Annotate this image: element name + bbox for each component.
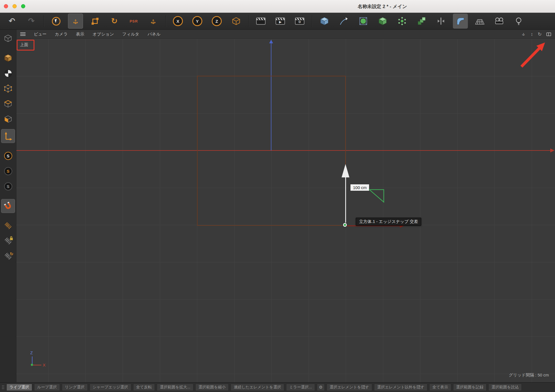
orbit-view-icon[interactable]: ↻ (538, 32, 542, 37)
solo-off-button[interactable]: S (1, 149, 15, 163)
redo-button[interactable]: ↷ (24, 14, 39, 29)
toolbar-separator (165, 15, 166, 27)
menu-view[interactable]: ビュー (34, 32, 47, 37)
pan-view-icon[interactable]: ↔↕ (521, 32, 526, 37)
viewport[interactable]: 上面 100 cm 立方体.1 - エッジスナップ 交差 (16, 39, 555, 382)
load-selection-button[interactable]: 選択範囲を読込 (488, 384, 522, 391)
texture-mode-icon (4, 70, 12, 77)
menu-display[interactable]: 表示 (76, 32, 84, 37)
x-axis-lock-button[interactable]: X (170, 14, 185, 29)
undo-icon: ↶ (9, 17, 15, 25)
align-workplane-icon: ↻ (4, 253, 12, 260)
cube-wireframe[interactable] (197, 76, 346, 226)
selection-cursor-icon (52, 17, 60, 26)
y-axis-lock-button[interactable]: Y (190, 14, 205, 29)
coordinate-system-button[interactable] (229, 14, 244, 29)
select-connected-button[interactable]: 連続したエレメントを選択 (231, 384, 284, 391)
grid-spacing-label: グリッド間隔 : 50 cm (509, 373, 549, 378)
hide-unselected-button[interactable]: 選択エレメント以外を隠す (374, 384, 427, 391)
live-selection-tool[interactable] (49, 14, 64, 29)
scale-tool[interactable] (87, 14, 102, 29)
menu-panel[interactable]: パネル (148, 32, 160, 37)
psr-tool[interactable]: PSR (126, 14, 141, 29)
toolbar-grip[interactable] (2, 385, 4, 390)
snap-move-tool[interactable]: ↔↕ (146, 14, 161, 29)
subdivision-surface-icon (359, 17, 368, 26)
array-button[interactable] (395, 14, 410, 29)
instance-cubes-icon (417, 17, 426, 26)
rotate-tool[interactable]: ↻ (107, 14, 122, 29)
render-picture-viewer-button[interactable]: ▶ (273, 14, 288, 29)
camera-button[interactable] (492, 14, 507, 29)
instance-button[interactable] (414, 14, 429, 29)
symmetry-button[interactable] (433, 14, 448, 29)
loop-selection-button[interactable]: ループ選択 (34, 384, 60, 391)
axis-gizmo: Z X (27, 350, 50, 369)
point-mode-button[interactable] (1, 82, 15, 96)
gizmo-z-label: Z (30, 350, 33, 355)
zoom-button[interactable] (21, 4, 25, 8)
menu-camera[interactable]: カメラ (55, 32, 68, 37)
lock-workplane-button[interactable] (1, 234, 15, 248)
close-button[interactable] (4, 4, 8, 8)
align-workplane-button[interactable]: ↻ (1, 249, 15, 263)
shrink-selection-button[interactable]: 選択範囲を縮小 (195, 384, 229, 391)
minimize-button[interactable] (12, 4, 17, 8)
window-title: 名称未設定 2 * - メイン (358, 3, 407, 9)
bottom-toolbar: ライブ選択 ループ選択 リング選択 シャープエッジ選択 全て反転 選択範囲を拡大… (0, 382, 555, 392)
edge-mode-button[interactable] (1, 97, 15, 111)
make-editable-button[interactable] (1, 31, 15, 45)
subdivision-surface-button[interactable] (356, 14, 371, 29)
y-lock-icon: Y (192, 16, 202, 26)
texture-mode-button[interactable] (1, 66, 15, 80)
measurement-bracket-icon (369, 188, 386, 204)
render-view-icon (256, 17, 266, 25)
toggle-layout-icon[interactable] (546, 32, 551, 36)
record-selection-button[interactable]: 選択範囲を記録 (453, 384, 486, 391)
floor-button[interactable] (472, 14, 487, 29)
solo-single-button[interactable]: S (1, 164, 15, 178)
annotation-arrow (516, 41, 552, 72)
titlebar: 名称未設定 2 * - メイン (0, 0, 555, 13)
move-tool[interactable]: ↔↕ (68, 14, 83, 29)
solo-single-icon: S (4, 167, 12, 175)
ring-selection-button[interactable]: リング選択 (62, 384, 88, 391)
show-all-button[interactable]: 全て表示 (429, 384, 451, 391)
selection-settings-gear-icon[interactable]: ⚙ (317, 384, 324, 391)
spline-pen-button[interactable] (336, 14, 351, 29)
polygon-mode-button[interactable] (1, 112, 15, 126)
gizmo-x-label: X (43, 363, 46, 367)
grow-selection-button[interactable]: 選択範囲を拡大... (157, 384, 193, 391)
drag-arrow-shaft (345, 177, 346, 226)
viewport-menu-icon[interactable] (20, 32, 26, 36)
measurement-label: 100 cm (350, 184, 369, 191)
render-view-button[interactable] (253, 14, 268, 29)
annotation-red-box (17, 40, 34, 51)
volume-cube-button[interactable] (375, 14, 390, 29)
light-button[interactable] (511, 14, 526, 29)
bend-deformer-button[interactable] (453, 14, 468, 29)
x-lock-icon: X (173, 16, 183, 26)
magnet-icon (3, 201, 13, 211)
light-bulb-icon (514, 17, 523, 26)
z-axis-lock-button[interactable]: Z (209, 14, 224, 29)
enable-axis-button[interactable] (1, 129, 15, 143)
traffic-lights (4, 0, 25, 12)
sharp-edge-selection-button[interactable]: シャープエッジ選択 (90, 384, 131, 391)
invert-all-button[interactable]: 全て反転 (133, 384, 155, 391)
axis-icon (4, 132, 12, 140)
model-mode-button[interactable] (1, 51, 15, 65)
render-settings-button[interactable]: ⚙ (292, 14, 307, 29)
live-selection-button[interactable]: ライブ選択 (6, 384, 32, 391)
menu-options[interactable]: オプション (93, 32, 114, 37)
menu-filter[interactable]: フィルタ (122, 32, 139, 37)
solo-hierarchy-button[interactable]: S (1, 179, 15, 193)
hide-selected-button[interactable]: 選択エレメントを隠す (327, 384, 372, 391)
model-mode-icon (4, 54, 12, 62)
enable-snap-button[interactable] (1, 199, 15, 213)
mirror-selection-button[interactable]: ミラー選択... (286, 384, 315, 391)
dolly-view-icon[interactable]: ↕ (531, 32, 533, 37)
add-cube-button[interactable] (317, 14, 332, 29)
undo-button[interactable]: ↶ (4, 14, 19, 29)
workplane-button[interactable] (1, 219, 15, 233)
